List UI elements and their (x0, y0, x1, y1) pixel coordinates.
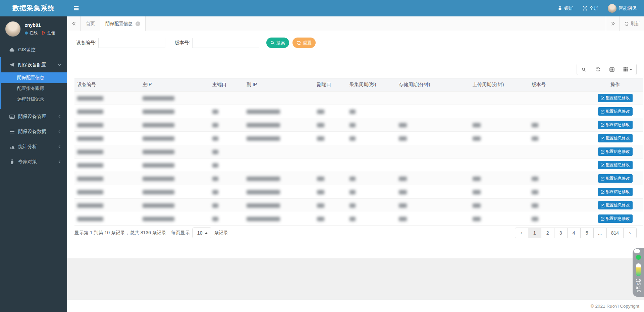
redacted-cell (473, 177, 481, 181)
sidebar-group-1: 阴保设备配置 阴保配置信息 配置指令跟踪 远程升级记录 (0, 57, 67, 109)
cell (244, 199, 314, 212)
edit-config-button[interactable]: 配置信息修改 (598, 94, 633, 102)
tab-0[interactable]: 首页 (81, 16, 100, 31)
cell (529, 91, 588, 105)
cell (529, 105, 588, 118)
cell-actions: 配置信息修改 (588, 145, 643, 159)
online-status-link[interactable]: 在线 (30, 30, 38, 36)
edit-config-button[interactable]: 配置信息修改 (598, 134, 633, 142)
edit-config-button[interactable]: 配置信息修改 (598, 161, 633, 169)
sidebar-toggle-button[interactable] (67, 0, 86, 16)
page-button-4[interactable]: 4 (567, 228, 581, 238)
edit-config-button[interactable]: 配置信息修改 (598, 214, 633, 223)
edit-config-button[interactable]: 配置信息修改 (598, 147, 633, 156)
sidebar-item-label: GIS监控 (18, 47, 36, 53)
tabs-scroll-right-button[interactable] (606, 16, 620, 31)
sidebar-subitem-1-1[interactable]: 配置指令跟踪 (1, 83, 67, 94)
page-button-814[interactable]: 814 (606, 228, 624, 238)
sidebar-group-0: GIS监控 (0, 42, 67, 57)
edit-config-label: 配置信息修改 (606, 122, 630, 128)
cell (396, 185, 470, 199)
redacted-cell (350, 203, 356, 208)
cell (529, 199, 588, 212)
page-button-1[interactable]: 1 (528, 228, 541, 238)
cell (314, 172, 347, 185)
table-row-4: 配置信息修改 (74, 145, 643, 159)
edit-config-button[interactable]: 配置信息修改 (598, 107, 633, 116)
cell (210, 185, 244, 199)
page-button-5[interactable]: 5 (580, 228, 594, 238)
toggle-view-button[interactable] (605, 64, 619, 75)
cell (470, 105, 529, 118)
columns-button[interactable] (619, 64, 637, 75)
cell-actions: 配置信息修改 (588, 91, 643, 105)
male-icon (9, 159, 15, 164)
page-size-select[interactable]: 10 (193, 228, 212, 238)
user-name: znyb01 (25, 22, 55, 28)
redacted-cell (473, 123, 481, 127)
sidebar-item-2[interactable]: 阴保设备管理 (1, 109, 67, 124)
fullscreen-button[interactable]: 全屏 (583, 5, 598, 11)
redacted-cell (532, 203, 538, 208)
chevron-left-icon (57, 144, 62, 149)
edit-icon (601, 110, 605, 114)
tab-close-icon[interactable]: × (136, 21, 140, 26)
redacted-cell (143, 96, 174, 101)
redacted-cell (399, 190, 407, 194)
redacted-cell (399, 123, 407, 127)
edit-icon (601, 203, 605, 207)
sidebar-subitem-1-2[interactable]: 远程升级记录 (1, 94, 67, 105)
redacted-cell (350, 110, 356, 114)
cell (74, 105, 140, 118)
column-header-7: 上传周期(分钟) (470, 78, 529, 91)
device-no-input[interactable] (98, 38, 165, 48)
version-input[interactable] (192, 38, 259, 48)
sidebar-item-1[interactable]: 阴保设备配置 (1, 57, 67, 72)
page-button-3[interactable]: 3 (554, 228, 568, 238)
table-row-1: 配置信息修改 (74, 105, 643, 118)
sidebar-subitem-1-0[interactable]: 阴保配置信息 (1, 72, 67, 83)
tabs-scroll-left-button[interactable] (67, 16, 81, 31)
redacted-cell (212, 217, 218, 221)
app-root: 数据采集系统 znyb01 在线 注销 GIS监控 阴保设备配置 阴保配置信息 … (0, 0, 644, 312)
fullscreen-label: 全屏 (589, 5, 598, 11)
edit-config-button[interactable]: 配置信息修改 (598, 174, 633, 183)
sidebar-item-0[interactable]: GIS监控 (1, 42, 67, 57)
edit-config-button[interactable]: 配置信息修改 (598, 121, 633, 129)
cell (529, 132, 588, 145)
prev-page-button[interactable]: ‹ (515, 228, 528, 238)
redacted-cell (532, 190, 538, 194)
next-page-button[interactable]: › (623, 228, 637, 238)
edit-config-button[interactable]: 配置信息修改 (598, 201, 633, 209)
page-button-2[interactable]: 2 (541, 228, 554, 238)
edit-icon (601, 177, 605, 181)
cell (244, 159, 314, 172)
column-header-3: 副 IP (244, 78, 314, 91)
tab-refresh-button[interactable]: 刷新 (620, 16, 644, 31)
logout-button[interactable]: 注销 (47, 30, 55, 36)
cell (529, 118, 588, 132)
cell (210, 159, 244, 172)
sidebar-item-5[interactable]: 专家对策 (1, 154, 67, 169)
redacted-cell (350, 190, 356, 194)
sidebar-item-3[interactable]: 阴保设备数据 (1, 124, 67, 139)
sidebar-item-label: 阴保设备配置 (18, 62, 46, 68)
cell (74, 212, 140, 226)
lock-screen-button[interactable]: 锁屏 (558, 5, 573, 11)
tab-1[interactable]: 阴保配置信息× (100, 16, 146, 31)
cell (140, 159, 210, 172)
cell (244, 185, 314, 199)
edit-config-button[interactable]: 配置信息修改 (598, 188, 633, 196)
search-button[interactable]: 搜索 (266, 38, 289, 48)
reset-button[interactable]: 重置 (292, 38, 316, 48)
user-menu-button[interactable]: 智能阴保 (608, 4, 637, 13)
table-refresh-button[interactable] (591, 64, 605, 75)
table-row-7: 配置信息修改 (74, 185, 643, 199)
sidebar-item-4[interactable]: 统计分析 (1, 139, 67, 154)
table-search-button[interactable] (577, 64, 591, 75)
net-speed-widget[interactable]: 1.0 ↑K/s 0.1 ↓K/s (633, 248, 644, 297)
cell (396, 118, 470, 132)
edit-icon (601, 136, 605, 140)
copyright: © 2021 RuoYi Copyright (591, 304, 639, 309)
reset-icon (297, 41, 301, 45)
